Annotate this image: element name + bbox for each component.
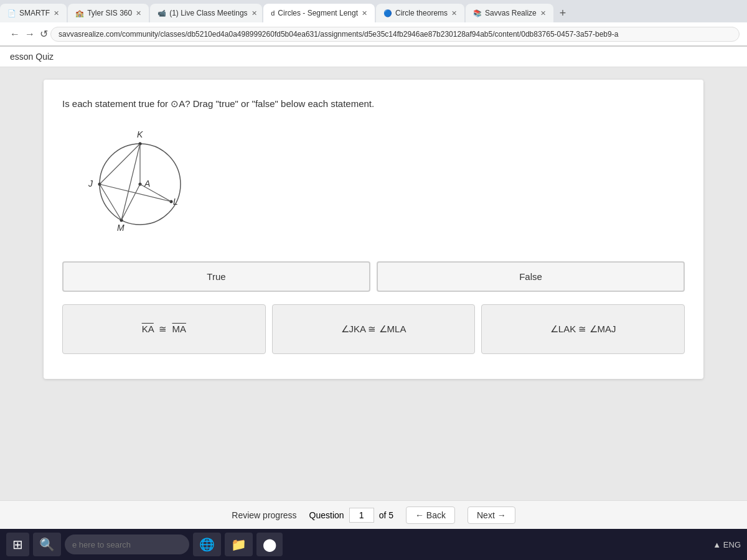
address-input[interactable] [50,27,740,42]
tab-icon: 📹 [157,9,166,17]
true-button[interactable]: True [62,261,370,292]
svg-text:L: L [173,197,178,207]
back-label: ← Back [415,510,446,520]
question-instruction: Is each statement true for ⊙A? Drag "tru… [62,98,685,110]
address-bar: ← → ↺ [0,22,747,46]
reload-button[interactable]: ↺ [37,28,50,40]
chrome-taskbar[interactable]: ⬤ [256,533,283,556]
svg-text:M: M [117,223,125,233]
taskbar-time: ▲ ENG [713,540,741,549]
tab-live-class[interactable]: 📹 (1) Live Class Meetings ✕ [150,4,262,22]
false-label: False [519,271,542,282]
tab-icon: 🏫 [75,9,84,17]
question-navigation: Question of 5 [309,508,393,523]
taskbar: ⊞ 🔍 🌐 📁 ⬤ ▲ ENG [0,529,747,560]
circle-diagram: A K J L M [75,122,685,243]
tab-smartf[interactable]: 📄 SMARTF ✕ [0,4,67,22]
tab-icon: d [271,9,275,17]
statement-2-text: ∠JKA ≅ ∠MLA [341,324,406,335]
question-label: Question [309,510,344,520]
svg-line-11 [100,144,140,184]
back-browser-button[interactable]: ← [7,29,22,40]
browser-chrome: 📄 SMARTF ✕ 🏫 Tyler SIS 360 ✕ 📹 (1) Live … [0,0,747,47]
tab-savvas[interactable]: 📚 Savvas Realize ✕ [466,4,553,22]
svg-line-16 [121,184,140,220]
edge-taskbar[interactable]: 🌐 [193,533,221,556]
main-content: Is each statement true for ⊙A? Drag "tru… [0,67,747,526]
tab-label: Circle theorems [395,9,448,17]
svg-text:J: J [88,179,93,189]
tab-close[interactable]: ✕ [451,9,457,17]
new-tab-button[interactable]: + [555,7,571,20]
tab-label: Tyler SIS 360 [87,9,132,17]
tab-label: Savvas Realize [485,9,537,17]
ma-overline: MA [172,324,187,334]
next-label: Next → [477,510,506,520]
statements-area: KA ≅ MA ∠JKA ≅ ∠MLA ∠LAK ≅ ∠MAJ [62,304,685,354]
tab-icon: 📚 [473,9,482,17]
tab-label: SMARTF [19,9,50,17]
statement-3-text: ∠LAK ≅ ∠MAJ [550,324,616,335]
tab-label: (1) Live Class Meetings [169,9,247,17]
true-false-area: True False [62,261,685,292]
taskbar-search-input[interactable] [65,534,189,554]
back-button[interactable]: ← Back [406,506,455,524]
page-title: esson Quiz [10,52,54,62]
next-button[interactable]: Next → [467,506,515,524]
tab-label: Circles - Segment Lengt [278,9,358,17]
start-button[interactable]: ⊞ [6,533,29,556]
tab-circles[interactable]: d Circles - Segment Lengt ✕ [263,4,375,22]
statement-1-text: KA ≅ MA [142,324,186,335]
bottom-navigation: Review progress Question of 5 ← Back Nex… [0,500,747,529]
page-header: esson Quiz [0,47,747,67]
tab-icon: 📄 [7,9,16,17]
svg-text:K: K [137,129,143,139]
tab-close[interactable]: ✕ [54,9,59,17]
tab-close[interactable]: ✕ [136,9,141,17]
tab-circle-theorems[interactable]: 🔵 Circle theorems ✕ [376,4,464,22]
statement-3[interactable]: ∠LAK ≅ ∠MAJ [481,304,685,354]
of-label: of 5 [379,510,393,520]
false-button[interactable]: False [377,261,685,292]
folder-taskbar[interactable]: 📁 [225,533,253,556]
svg-line-17 [140,184,171,202]
circle-svg: A K J L M [75,122,199,240]
search-taskbar-button[interactable]: 🔍 [33,533,61,556]
statement-2[interactable]: ∠JKA ≅ ∠MLA [272,304,476,354]
svg-line-13 [100,184,121,220]
taskbar-system-icons: ▲ ENG [713,540,741,549]
statement-1[interactable]: KA ≅ MA [62,304,266,354]
ka-overline: KA [142,324,154,334]
tab-close[interactable]: ✕ [540,9,546,17]
forward-browser-button[interactable]: → [22,29,37,40]
quiz-card: Is each statement true for ⊙A? Drag "tru… [44,80,703,379]
tab-close[interactable]: ✕ [251,9,257,17]
tab-icon: 🔵 [383,9,392,17]
true-label: True [207,271,225,282]
tab-tyler[interactable]: 🏫 Tyler SIS 360 ✕ [68,4,149,22]
tab-close[interactable]: ✕ [362,9,367,17]
review-progress-link[interactable]: Review progress [232,510,296,520]
tab-bar: 📄 SMARTF ✕ 🏫 Tyler SIS 360 ✕ 📹 (1) Live … [0,0,747,22]
question-number-input[interactable] [349,508,374,523]
svg-line-14 [121,144,140,220]
